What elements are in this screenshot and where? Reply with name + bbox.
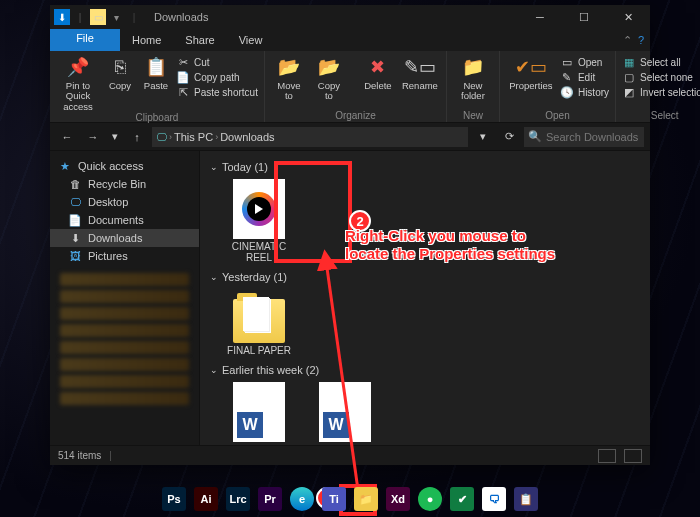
file-word-doc-1[interactable]: W: [224, 382, 294, 442]
paste-button[interactable]: 📋 Paste: [140, 53, 172, 91]
select-all-icon: ▦: [622, 55, 636, 69]
ribbon: 📌 Pin to Quick access ⎘ Copy 📋 Paste ✂Cu…: [50, 51, 650, 123]
address-dropdown-button[interactable]: ▾: [472, 127, 494, 147]
address-path[interactable]: 🖵 › This PC › Downloads: [152, 127, 468, 147]
breadcrumb-downloads[interactable]: Downloads: [220, 131, 274, 143]
titlebar: ⬇ | ▭ ▾ | Downloads ─ ☐ ✕: [50, 5, 650, 29]
close-button[interactable]: ✕: [606, 5, 650, 29]
nav-documents[interactable]: 📄Documents: [50, 211, 199, 229]
tab-file[interactable]: File: [50, 29, 120, 51]
file-word-doc-2[interactable]: W: [310, 382, 380, 442]
refresh-button[interactable]: ⟳: [498, 127, 520, 147]
nav-forward-button[interactable]: →: [82, 127, 104, 147]
ribbon-help-icon[interactable]: ?: [638, 34, 644, 46]
nav-back-button[interactable]: ←: [56, 127, 78, 147]
taskbar-app[interactable]: 📋: [514, 487, 538, 511]
taskbar-app[interactable]: Xd: [386, 487, 410, 511]
group-new-label: New: [453, 110, 493, 122]
open-button[interactable]: ▭Open: [560, 55, 609, 69]
taskbar-app[interactable]: ●: [418, 487, 442, 511]
taskbar-app[interactable]: Pr: [258, 487, 282, 511]
taskbar-app[interactable]: Ai: [194, 487, 218, 511]
tab-home[interactable]: Home: [120, 29, 173, 51]
nav-recycle-bin[interactable]: 🗑Recycle Bin: [50, 175, 199, 193]
search-input[interactable]: 🔍 Search Downloads: [524, 127, 644, 147]
move-to-button[interactable]: 📂 Move to: [271, 53, 307, 102]
rename-button[interactable]: ✎▭ Rename: [400, 53, 440, 91]
qat-properties-icon[interactable]: ▭: [90, 9, 106, 25]
group-organize-label: Organize: [271, 110, 440, 122]
delete-icon: ✖: [366, 55, 390, 79]
paste-shortcut-button[interactable]: ⇱Paste shortcut: [176, 85, 258, 99]
copy-path-button[interactable]: 📄Copy path: [176, 70, 258, 84]
view-details-button[interactable]: [598, 449, 616, 463]
documents-icon: 📄: [68, 213, 82, 227]
tab-share[interactable]: Share: [173, 29, 226, 51]
tab-view[interactable]: View: [227, 29, 275, 51]
taskbar-app[interactable]: Ti: [322, 487, 346, 511]
chevron-down-icon: ⌄: [210, 272, 218, 282]
word-file-icon: W: [319, 382, 371, 442]
minimize-button[interactable]: ─: [518, 5, 562, 29]
properties-icon: ✔▭: [519, 55, 543, 79]
breadcrumb-root-icon[interactable]: 🖵: [156, 131, 167, 143]
history-button[interactable]: 🕓History: [560, 85, 609, 99]
folder-icon: [233, 299, 285, 343]
breadcrumb-this-pc[interactable]: This PC: [174, 131, 213, 143]
copy-to-button[interactable]: 📂 Copy to: [311, 53, 347, 102]
nav-downloads[interactable]: ⬇Downloads: [50, 229, 199, 247]
downloads-icon: ⬇: [68, 231, 82, 245]
select-none-button[interactable]: ▢Select none: [622, 70, 700, 84]
taskbar-app[interactable]: Lrc: [226, 487, 250, 511]
nav-recent-button[interactable]: ▾: [108, 127, 122, 147]
select-all-button[interactable]: ▦Select all: [622, 55, 700, 69]
new-folder-icon: 📁: [461, 55, 485, 79]
copy-icon: ⎘: [108, 55, 132, 79]
cut-button[interactable]: ✂Cut: [176, 55, 258, 69]
group-open-label: Open: [506, 110, 609, 122]
taskbar-app[interactable]: 🗨: [482, 487, 506, 511]
new-folder-button[interactable]: 📁 New folder: [453, 53, 493, 102]
history-icon: 🕓: [560, 85, 574, 99]
qat-dropdown-icon[interactable]: ▾: [108, 9, 124, 25]
pin-to-quick-access-button[interactable]: 📌 Pin to Quick access: [56, 53, 100, 112]
nav-desktop[interactable]: 🖵Desktop: [50, 193, 199, 211]
chevron-down-icon: ⌄: [210, 365, 218, 375]
qat-separator: |: [126, 9, 142, 25]
desktop-icon: 🖵: [68, 195, 82, 209]
edit-button[interactable]: ✎Edit: [560, 70, 609, 84]
chevron-down-icon: ⌄: [210, 162, 218, 172]
pictures-icon: 🖼: [68, 249, 82, 263]
qat-divider: |: [72, 9, 88, 25]
maximize-button[interactable]: ☐: [562, 5, 606, 29]
group-earlier[interactable]: ⌄Earlier this week (2): [210, 364, 640, 376]
open-icon: ▭: [560, 55, 574, 69]
nav-quick-access[interactable]: ★Quick access: [50, 157, 199, 175]
search-icon: 🔍: [528, 130, 542, 143]
invert-selection-button[interactable]: ◩Invert selection: [622, 85, 700, 99]
annotation-text: Right-Click you mouse to locate the Prop…: [345, 227, 555, 263]
move-to-icon: 📂: [277, 55, 301, 79]
taskbar-app[interactable]: e: [290, 487, 314, 511]
nav-pictures[interactable]: 🖼Pictures: [50, 247, 199, 265]
file-list-pane[interactable]: ⌄Today (1) CINEMATIC REEL ⌄Yesterday (1)…: [200, 151, 650, 445]
ribbon-collapse-icon[interactable]: ⌃: [623, 34, 632, 47]
view-icons-button[interactable]: [624, 449, 642, 463]
group-yesterday[interactable]: ⌄Yesterday (1): [210, 271, 640, 283]
nav-blurred-items: [50, 273, 199, 405]
taskbar-app-file-explorer[interactable]: 📁: [354, 487, 378, 511]
file-final-paper[interactable]: FINAL PAPER: [224, 289, 294, 356]
taskbar-app[interactable]: Ps: [162, 487, 186, 511]
properties-button[interactable]: ✔▭ Properties: [506, 53, 556, 91]
delete-button[interactable]: ✖ Delete: [360, 53, 396, 91]
rename-icon: ✎▭: [408, 55, 432, 79]
nav-up-button[interactable]: ↑: [126, 127, 148, 147]
paste-icon: 📋: [144, 55, 168, 79]
taskbar-app[interactable]: ✔: [450, 487, 474, 511]
qat-explorer-icon[interactable]: ⬇: [54, 9, 70, 25]
edit-icon: ✎: [560, 70, 574, 84]
ribbon-tabs: File Home Share View ⌃ ?: [50, 29, 650, 51]
shortcut-icon: ⇱: [176, 85, 190, 99]
group-select-label: Select: [622, 110, 700, 122]
copy-button[interactable]: ⎘ Copy: [104, 53, 136, 91]
